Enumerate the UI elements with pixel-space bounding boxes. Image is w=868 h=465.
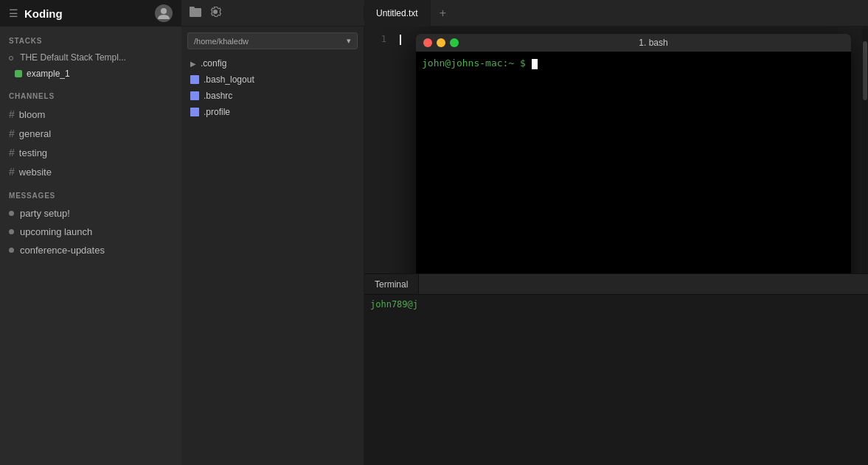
cursor bbox=[400, 35, 401, 45]
sidebar-header: ☰ Koding bbox=[0, 0, 181, 27]
app-logo: Koding bbox=[24, 7, 63, 20]
path-selector[interactable]: /home/khaledw ▾ bbox=[187, 32, 358, 49]
machine-name: example_1 bbox=[27, 69, 70, 79]
stack-name: THE Default Stack Templ... bbox=[20, 52, 126, 63]
tree-item-label: .profile bbox=[204, 107, 230, 117]
channel-item-general[interactable]: # general bbox=[0, 124, 181, 143]
folder-icon[interactable] bbox=[189, 6, 202, 20]
message-label: upcoming launch bbox=[20, 226, 92, 237]
message-dot bbox=[9, 229, 14, 234]
tab-bar: Untitled.txt + bbox=[364, 0, 868, 27]
minimize-button[interactable] bbox=[437, 38, 445, 47]
tab-label: Untitled.txt bbox=[376, 8, 418, 18]
channel-label: general bbox=[19, 128, 51, 139]
close-button[interactable] bbox=[423, 38, 432, 47]
settings-icon[interactable] bbox=[209, 6, 221, 20]
message-dot bbox=[9, 211, 14, 216]
hash-icon: # bbox=[9, 166, 15, 178]
channel-label: bloom bbox=[19, 109, 45, 120]
topbar-left bbox=[181, 6, 364, 20]
tree-item-label: .bash_logout bbox=[204, 74, 254, 85]
scrollbar-thumb[interactable] bbox=[863, 41, 867, 100]
channel-item-website[interactable]: # website bbox=[0, 162, 181, 181]
bash-window-title: 1. bash bbox=[463, 38, 844, 48]
file-icon bbox=[190, 108, 199, 116]
hash-icon: # bbox=[9, 108, 15, 120]
path-text: /home/khaledw bbox=[194, 37, 249, 46]
tree-item-bashrc[interactable]: .bashrc bbox=[181, 88, 364, 104]
message-label: conference-updates bbox=[20, 245, 105, 256]
terminal-pane: Terminal john789@j bbox=[364, 273, 868, 465]
bash-body[interactable]: john@johns-mac:~ $ bbox=[416, 52, 851, 273]
tree-item-label: .config bbox=[201, 58, 226, 69]
editor-area: /home/khaledw ▾ ▶ .config .bash_logout .… bbox=[181, 27, 868, 465]
channel-label: website bbox=[19, 167, 52, 178]
message-item-upcoming-launch[interactable]: upcoming launch bbox=[0, 223, 181, 241]
bash-terminal-window: 1. bash john@johns-mac:~ $ bbox=[416, 34, 851, 273]
terminal-prompt: john789@j bbox=[370, 299, 418, 310]
channels-section-label: CHANNELS bbox=[0, 82, 181, 105]
channel-item-testing[interactable]: # testing bbox=[0, 143, 181, 162]
machine-status-dot bbox=[15, 70, 22, 77]
tab-add-button[interactable]: + bbox=[431, 0, 455, 27]
bash-titlebar: 1. bash bbox=[416, 34, 851, 52]
messages-section-label: MESSAGES bbox=[0, 181, 181, 204]
chevron-right-icon: ▶ bbox=[190, 60, 196, 68]
maximize-button[interactable] bbox=[450, 38, 459, 47]
stack-machine[interactable]: example_1 bbox=[0, 66, 181, 82]
stacks-section-label: STACKS bbox=[0, 27, 181, 49]
file-icon bbox=[190, 75, 199, 84]
plus-icon: + bbox=[440, 7, 446, 20]
tree-item-config[interactable]: ▶ .config bbox=[181, 55, 364, 71]
tree-item-bash-logout[interactable]: .bash_logout bbox=[181, 71, 364, 88]
terminal-tab-label: Terminal bbox=[375, 279, 408, 290]
hamburger-icon[interactable]: ☰ bbox=[9, 7, 18, 19]
terminal-tab[interactable]: Terminal bbox=[364, 274, 419, 294]
channel-label: testing bbox=[19, 147, 47, 158]
bash-prompt: john@johns-mac:~ $ bbox=[422, 57, 526, 69]
topbar: Untitled.txt + bbox=[181, 0, 868, 27]
tree-item-label: .bashrc bbox=[204, 91, 232, 101]
editor-content: 1 1. bash john@johns-mac:~ $ bbox=[364, 27, 868, 465]
message-dot bbox=[9, 248, 14, 253]
channel-item-bloom[interactable]: # bloom bbox=[0, 105, 181, 124]
message-item-conference-updates[interactable]: conference-updates bbox=[0, 241, 181, 259]
main-panel: Untitled.txt + /home/khaledw ▾ ▶ .config… bbox=[181, 0, 868, 465]
file-icon bbox=[190, 91, 199, 100]
terminal-body[interactable]: john789@j bbox=[364, 295, 868, 465]
message-label: party setup! bbox=[20, 208, 70, 219]
tree-item-profile[interactable]: .profile bbox=[181, 104, 364, 120]
chevron-down-icon: ▾ bbox=[347, 36, 351, 46]
message-item-party-setup[interactable]: party setup! bbox=[0, 204, 181, 223]
svg-point-0 bbox=[161, 8, 167, 14]
hash-icon: # bbox=[9, 147, 15, 158]
avatar[interactable] bbox=[155, 4, 173, 22]
scrollbar-track bbox=[862, 27, 868, 273]
tab-untitled[interactable]: Untitled.txt bbox=[364, 0, 431, 27]
sidebar: ☰ Koding STACKS THE Default Stack Templ.… bbox=[0, 0, 181, 465]
file-tree-panel: /home/khaledw ▾ ▶ .config .bash_logout .… bbox=[181, 27, 364, 465]
terminal-tab-bar: Terminal bbox=[364, 274, 868, 295]
hash-icon: # bbox=[9, 127, 15, 139]
stack-item[interactable]: THE Default Stack Templ... bbox=[0, 49, 181, 66]
editor-main[interactable]: 1 1. bash john@johns-mac:~ $ bbox=[364, 27, 868, 273]
line-number-1: 1 bbox=[364, 34, 386, 44]
bash-cursor bbox=[532, 59, 538, 69]
line-numbers: 1 bbox=[364, 27, 394, 273]
